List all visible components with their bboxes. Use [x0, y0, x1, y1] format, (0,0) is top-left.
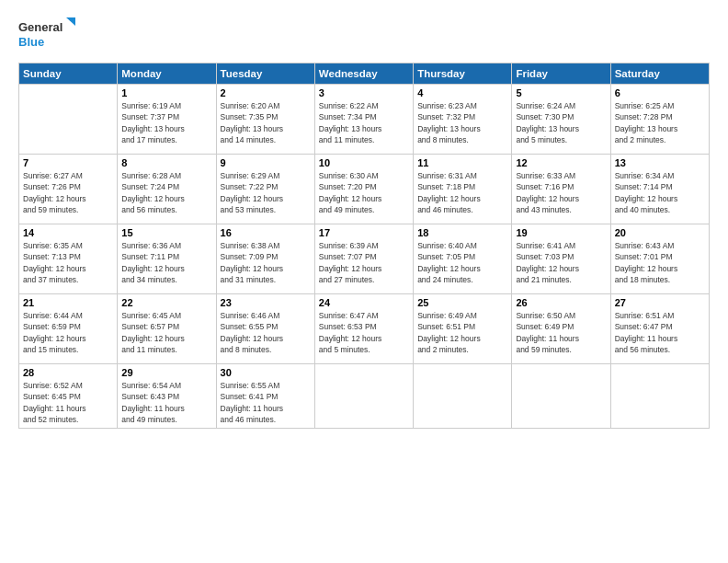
- day-cell: 24Sunrise: 6:47 AMSunset: 6:53 PMDayligh…: [314, 294, 413, 364]
- day-info: Sunrise: 6:49 AMSunset: 6:51 PMDaylight:…: [417, 310, 507, 355]
- day-cell: 10Sunrise: 6:30 AMSunset: 7:20 PMDayligh…: [314, 155, 413, 224]
- col-header-tuesday: Tuesday: [216, 63, 314, 85]
- day-info: Sunrise: 6:27 AMSunset: 7:26 PMDaylight:…: [23, 170, 113, 215]
- day-info: Sunrise: 6:39 AMSunset: 7:07 PMDaylight:…: [319, 240, 409, 285]
- col-header-thursday: Thursday: [414, 63, 512, 85]
- day-info: Sunrise: 6:46 AMSunset: 6:55 PMDaylight:…: [221, 310, 311, 355]
- day-info: Sunrise: 6:38 AMSunset: 7:09 PMDaylight:…: [221, 240, 311, 285]
- day-cell: 2Sunrise: 6:20 AMSunset: 7:35 PMDaylight…: [216, 85, 314, 155]
- day-info: Sunrise: 6:31 AMSunset: 7:18 PMDaylight:…: [417, 170, 507, 215]
- day-info: Sunrise: 6:40 AMSunset: 7:05 PMDaylight:…: [417, 240, 507, 285]
- day-info: Sunrise: 6:25 AMSunset: 7:28 PMDaylight:…: [615, 100, 705, 145]
- col-header-friday: Friday: [512, 63, 610, 85]
- day-info: Sunrise: 6:30 AMSunset: 7:20 PMDaylight:…: [319, 170, 409, 215]
- day-info: Sunrise: 6:29 AMSunset: 7:22 PMDaylight:…: [221, 170, 311, 215]
- day-cell: 15Sunrise: 6:36 AMSunset: 7:11 PMDayligh…: [118, 224, 216, 294]
- col-header-sunday: Sunday: [19, 63, 118, 85]
- day-info: Sunrise: 6:51 AMSunset: 6:47 PMDaylight:…: [615, 310, 705, 355]
- day-cell: 30Sunrise: 6:55 AMSunset: 6:41 PMDayligh…: [216, 364, 314, 429]
- day-number: 14: [23, 227, 113, 238]
- week-row-5: 28Sunrise: 6:52 AMSunset: 6:45 PMDayligh…: [19, 364, 710, 429]
- day-number: 30: [221, 367, 311, 378]
- day-info: Sunrise: 6:20 AMSunset: 7:35 PMDaylight:…: [221, 100, 311, 145]
- col-header-monday: Monday: [118, 63, 216, 85]
- day-cell: [512, 364, 610, 429]
- day-info: Sunrise: 6:47 AMSunset: 6:53 PMDaylight:…: [319, 310, 409, 355]
- day-cell: [414, 364, 512, 429]
- day-number: 28: [23, 367, 113, 378]
- svg-marker-1: [66, 17, 75, 26]
- day-number: 3: [319, 87, 409, 98]
- day-info: Sunrise: 6:24 AMSunset: 7:30 PMDaylight:…: [516, 100, 606, 145]
- day-info: Sunrise: 6:50 AMSunset: 6:49 PMDaylight:…: [516, 310, 606, 355]
- day-number: 13: [615, 157, 705, 168]
- day-info: Sunrise: 6:35 AMSunset: 7:13 PMDaylight:…: [23, 240, 113, 285]
- day-info: Sunrise: 6:41 AMSunset: 7:03 PMDaylight:…: [516, 240, 606, 285]
- day-info: Sunrise: 6:55 AMSunset: 6:41 PMDaylight:…: [221, 380, 311, 425]
- day-info: Sunrise: 6:36 AMSunset: 7:11 PMDaylight:…: [121, 240, 211, 285]
- day-cell: [19, 85, 118, 155]
- day-info: Sunrise: 6:34 AMSunset: 7:14 PMDaylight:…: [615, 170, 705, 215]
- day-cell: 16Sunrise: 6:38 AMSunset: 7:09 PMDayligh…: [216, 224, 314, 294]
- day-cell: 9Sunrise: 6:29 AMSunset: 7:22 PMDaylight…: [216, 155, 314, 224]
- day-cell: 29Sunrise: 6:54 AMSunset: 6:43 PMDayligh…: [118, 364, 216, 429]
- day-number: 1: [121, 87, 211, 98]
- day-info: Sunrise: 6:23 AMSunset: 7:32 PMDaylight:…: [417, 100, 507, 145]
- day-info: Sunrise: 6:33 AMSunset: 7:16 PMDaylight:…: [516, 170, 606, 215]
- week-row-3: 14Sunrise: 6:35 AMSunset: 7:13 PMDayligh…: [19, 224, 710, 294]
- day-cell: 1Sunrise: 6:19 AMSunset: 7:37 PMDaylight…: [118, 85, 216, 155]
- day-cell: 4Sunrise: 6:23 AMSunset: 7:32 PMDaylight…: [414, 85, 512, 155]
- calendar-header-row: SundayMondayTuesdayWednesdayThursdayFrid…: [19, 63, 710, 85]
- day-number: 7: [23, 157, 113, 168]
- day-cell: 11Sunrise: 6:31 AMSunset: 7:18 PMDayligh…: [414, 155, 512, 224]
- day-info: Sunrise: 6:45 AMSunset: 6:57 PMDaylight:…: [121, 310, 211, 355]
- calendar: SundayMondayTuesdayWednesdayThursdayFrid…: [18, 63, 710, 429]
- day-number: 5: [516, 87, 606, 98]
- day-number: 27: [615, 297, 705, 308]
- day-cell: 14Sunrise: 6:35 AMSunset: 7:13 PMDayligh…: [19, 224, 118, 294]
- day-cell: [610, 364, 709, 429]
- week-row-2: 7Sunrise: 6:27 AMSunset: 7:26 PMDaylight…: [19, 155, 710, 224]
- day-number: 2: [221, 87, 311, 98]
- week-row-4: 21Sunrise: 6:44 AMSunset: 6:59 PMDayligh…: [19, 294, 710, 364]
- day-cell: 5Sunrise: 6:24 AMSunset: 7:30 PMDaylight…: [512, 85, 610, 155]
- day-number: 10: [319, 157, 409, 168]
- day-info: Sunrise: 6:28 AMSunset: 7:24 PMDaylight:…: [121, 170, 211, 215]
- day-info: Sunrise: 6:44 AMSunset: 6:59 PMDaylight:…: [23, 310, 113, 355]
- day-cell: 22Sunrise: 6:45 AMSunset: 6:57 PMDayligh…: [118, 294, 216, 364]
- day-number: 16: [221, 227, 311, 238]
- col-header-wednesday: Wednesday: [314, 63, 413, 85]
- day-cell: 17Sunrise: 6:39 AMSunset: 7:07 PMDayligh…: [314, 224, 413, 294]
- day-number: 25: [417, 297, 507, 308]
- day-number: 9: [221, 157, 311, 168]
- day-number: 19: [516, 227, 606, 238]
- svg-text:General: General: [18, 20, 63, 34]
- header: General Blue: [18, 17, 710, 53]
- day-number: 18: [417, 227, 507, 238]
- day-number: 17: [319, 227, 409, 238]
- day-number: 15: [121, 227, 211, 238]
- day-cell: 26Sunrise: 6:50 AMSunset: 6:49 PMDayligh…: [512, 294, 610, 364]
- day-number: 22: [121, 297, 211, 308]
- day-cell: 28Sunrise: 6:52 AMSunset: 6:45 PMDayligh…: [19, 364, 118, 429]
- day-number: 6: [615, 87, 705, 98]
- day-cell: 6Sunrise: 6:25 AMSunset: 7:28 PMDaylight…: [610, 85, 709, 155]
- day-number: 4: [417, 87, 507, 98]
- day-number: 21: [23, 297, 113, 308]
- day-number: 8: [121, 157, 211, 168]
- day-number: 20: [615, 227, 705, 238]
- day-cell: [314, 364, 413, 429]
- day-number: 24: [319, 297, 409, 308]
- day-cell: 20Sunrise: 6:43 AMSunset: 7:01 PMDayligh…: [610, 224, 709, 294]
- day-cell: 12Sunrise: 6:33 AMSunset: 7:16 PMDayligh…: [512, 155, 610, 224]
- day-info: Sunrise: 6:43 AMSunset: 7:01 PMDaylight:…: [615, 240, 705, 285]
- col-header-saturday: Saturday: [610, 63, 709, 85]
- svg-text:Blue: Blue: [18, 35, 44, 49]
- day-info: Sunrise: 6:19 AMSunset: 7:37 PMDaylight:…: [121, 100, 211, 145]
- day-cell: 23Sunrise: 6:46 AMSunset: 6:55 PMDayligh…: [216, 294, 314, 364]
- day-cell: 7Sunrise: 6:27 AMSunset: 7:26 PMDaylight…: [19, 155, 118, 224]
- week-row-1: 1Sunrise: 6:19 AMSunset: 7:37 PMDaylight…: [19, 85, 710, 155]
- day-info: Sunrise: 6:22 AMSunset: 7:34 PMDaylight:…: [319, 100, 409, 145]
- day-cell: 21Sunrise: 6:44 AMSunset: 6:59 PMDayligh…: [19, 294, 118, 364]
- day-cell: 18Sunrise: 6:40 AMSunset: 7:05 PMDayligh…: [414, 224, 512, 294]
